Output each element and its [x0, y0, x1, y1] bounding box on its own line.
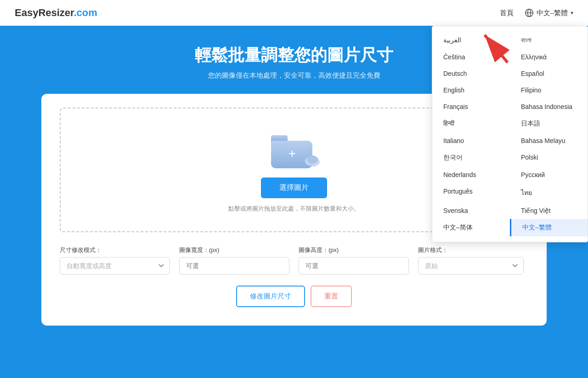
- lang-english[interactable]: English: [432, 82, 510, 98]
- current-language: 中文–繁體: [537, 9, 568, 17]
- mode-select[interactable]: 自動寬度或高度 固定寬度 固定高度 固定寬度和高度: [60, 257, 170, 275]
- lang-polski[interactable]: Polski: [510, 149, 588, 166]
- cloud-upload-icon: [303, 153, 322, 166]
- lang-russian[interactable]: Русский: [510, 166, 588, 183]
- lang-cestina[interactable]: Čeština: [432, 49, 510, 65]
- action-buttons: 修改圖片尺寸 重置: [60, 286, 528, 307]
- lang-francais[interactable]: Français: [432, 98, 510, 115]
- chevron-down-icon: ▾: [571, 10, 573, 16]
- language-grid: العربية বাংলা Čeština Ελληνικά Deutsch E…: [432, 30, 588, 238]
- lang-greek[interactable]: Ελληνικά: [510, 49, 588, 65]
- lang-deutsch[interactable]: Deutsch: [432, 65, 510, 82]
- folder-plus-icon: +: [285, 146, 300, 161]
- select-images-button[interactable]: 選擇圖片: [261, 178, 327, 198]
- lang-nederlands[interactable]: Nederlands: [432, 166, 510, 183]
- lang-chinese-traditional[interactable]: 中文–繁體: [510, 219, 588, 236]
- lang-svenska[interactable]: Svenska: [432, 202, 510, 219]
- lang-hindi[interactable]: हिन्दी: [432, 115, 510, 132]
- lang-portugues[interactable]: Português: [432, 183, 510, 202]
- lang-bengali[interactable]: বাংলা: [510, 32, 588, 49]
- lang-thai[interactable]: ไทย: [510, 183, 588, 202]
- height-control-group: 圖像高度：(px): [299, 246, 409, 275]
- lang-bahasa-indonesia[interactable]: Bahasa Indonesia: [510, 98, 588, 115]
- resize-button[interactable]: 修改圖片尺寸: [236, 286, 305, 307]
- format-control-group: 圖片格式： 原始 JPEG PNG WEBP: [418, 246, 524, 275]
- lang-filipino[interactable]: Filipino: [510, 82, 588, 98]
- height-label: 圖像高度：(px): [299, 246, 409, 254]
- language-selector[interactable]: 中文–繁體 ▾: [525, 8, 573, 17]
- mode-control-group: 尺寸修改模式： 自動寬度或高度 固定寬度 固定高度 固定寬度和高度: [60, 246, 170, 275]
- format-label: 圖片格式：: [418, 246, 524, 254]
- format-select[interactable]: 原始 JPEG PNG WEBP: [418, 257, 524, 275]
- width-control-group: 圖像寬度：(px): [179, 246, 289, 275]
- nav-right: 首頁 中文–繁體 ▾: [500, 8, 573, 17]
- home-link[interactable]: 首頁: [500, 9, 514, 17]
- lang-espanol[interactable]: Español: [510, 65, 588, 82]
- mode-label: 尺寸修改模式：: [60, 246, 170, 254]
- language-dropdown[interactable]: العربية বাংলা Čeština Ελληνικά Deutsch E…: [432, 26, 588, 242]
- svg-point-8: [307, 155, 318, 164]
- upload-hint: 點擊或將圖片拖放至此處，不限圖片數量和大小。: [228, 205, 360, 213]
- reset-button[interactable]: 重置: [311, 286, 352, 307]
- width-label: 圖像寬度：(px): [179, 246, 289, 254]
- lang-tieng-viet[interactable]: Tiếng Việt: [510, 202, 588, 219]
- lang-arabic[interactable]: العربية: [432, 32, 510, 49]
- header: EasyResizer.com 首頁 中文–繁體 ▾ العربية বাংলা…: [0, 0, 588, 26]
- lang-bahasa-melayu[interactable]: Bahasa Melayu: [510, 132, 588, 149]
- logo[interactable]: EasyResizer.com: [15, 7, 97, 19]
- lang-chinese-simplified[interactable]: 中文–简体: [432, 219, 510, 236]
- width-input[interactable]: [179, 257, 289, 275]
- height-input[interactable]: [299, 257, 409, 275]
- logo-tld: .com: [74, 7, 97, 18]
- lang-italiano[interactable]: Italiano: [432, 132, 510, 149]
- lang-japanese[interactable]: 日本語: [510, 115, 588, 132]
- upload-icon: +: [266, 132, 322, 168]
- lang-korean[interactable]: 한국어: [432, 149, 510, 166]
- controls-row: 尺寸修改模式： 自動寬度或高度 固定寬度 固定高度 固定寬度和高度 圖像寬度：(…: [60, 246, 528, 275]
- globe-icon: [525, 8, 534, 17]
